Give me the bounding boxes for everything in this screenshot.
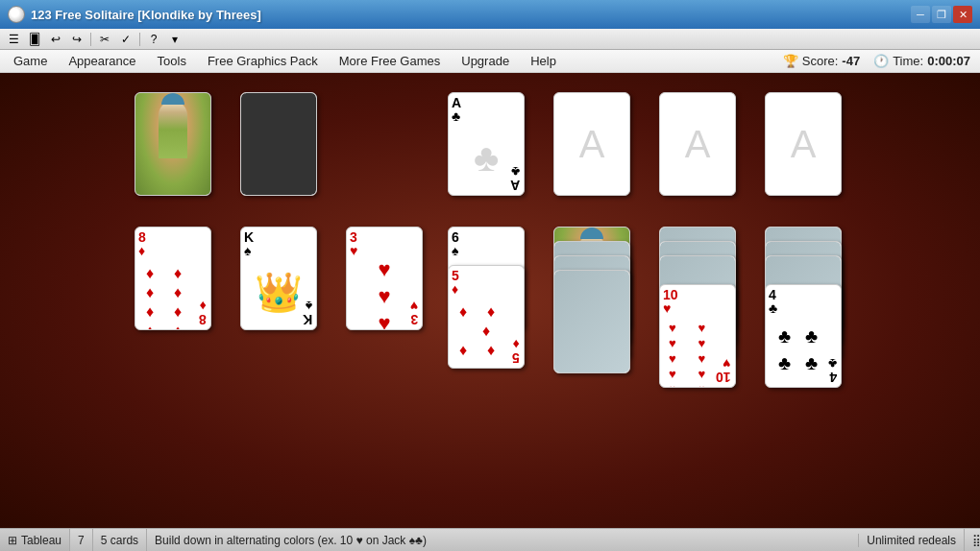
new-game-icon[interactable]: 🂠 [25,31,44,48]
title-bar: 123 Free Solitaire [Klondike by Threes] … [0,0,980,29]
window-title: 123 Free Solitaire [Klondike by Threes] [31,8,261,22]
toolbar-icon-0[interactable]: ☰ [4,31,23,48]
card-5d-center: ♦♦ ♦ ♦♦ [452,296,521,367]
tableau-col7-4c[interactable]: 4♣ ♣♣ ♣♣ 4♣ [765,284,842,388]
tableau-label: Tableau [21,534,61,547]
waste-pile[interactable] [240,92,317,196]
monet-figure [159,101,187,158]
score-area: 🏆 Score: -47 [783,54,860,68]
time-value: 0:00:07 [927,54,970,68]
foundation-3-hearts[interactable]: A [659,92,736,196]
time-area: 🕐 Time: 0:00:07 [873,54,970,68]
toolbar: ☰ 🂠 ↩ ↪ ✂ ✓ ? ▾ [0,29,980,50]
menu-more-games[interactable]: More Free Games [330,52,450,70]
score-icon: 🏆 [783,54,798,68]
tableau-status: ⊞ Tableau [0,529,70,551]
card-10h-tl: 10♥ [663,288,732,315]
col5-umbrella [580,228,603,239]
ace-spades-inner: A [554,93,629,195]
tableau-icon: ⊞ [8,534,17,547]
ace-hearts-inner: A [660,93,735,195]
card-10h-br: 10♥ [716,357,731,384]
status-resize[interactable]: ⣿ [965,529,980,551]
card-4c-face: 4♣ ♣♣ ♣♣ 4♣ [766,285,841,387]
card-3h-center: ♥ ♥ ♥ [350,257,419,330]
card-4c-tl: 4♣ [769,288,838,315]
tableau-col5-card4[interactable] [553,270,630,373]
menu-bar: Game Appearance Tools Free Graphics Pack… [0,50,980,73]
stock-card-image [135,93,210,195]
card-10h-face: 10♥ ♥♥ ♥♥ ♥♥ ♥♥ ♥♥ 10♥ [660,285,735,387]
help-icon[interactable]: ? [144,31,163,48]
redo-icon[interactable]: ↪ [67,31,86,48]
ace-hearts-symbol: A [663,96,732,192]
menu-game[interactable]: Game [4,52,57,70]
app-icon [8,6,25,23]
tableau-col2-card1[interactable]: K♠ 👑 K♠ [240,227,317,330]
clock-icon: 🕐 [873,54,889,68]
card-5d-br: 5♦ [512,338,520,365]
menu-score-time: 🏆 Score: -47 🕐 Time: 0:00:07 [783,54,976,68]
toolbar-separator [90,33,91,46]
cards-count-status: 7 [70,529,93,551]
score-label: Score: [802,54,839,68]
stock-pile[interactable] [135,92,211,196]
tableau-col3-card1[interactable]: 3♥ ♥ ♥ ♥ 3♥ [346,227,423,330]
foundation-2-spades[interactable]: A [553,92,630,196]
menu-tools[interactable]: Tools [148,52,196,70]
menu-help[interactable]: Help [521,52,566,70]
cards-label: 5 cards [101,534,138,547]
undo-icon[interactable]: ↩ [46,31,65,48]
minimize-button[interactable]: ─ [911,6,930,23]
toolbar-separator-2 [139,33,140,46]
card-8d-face: 8♦ ♦♦ ♦♦ ♦♦ ♦♦ 8♦ [135,228,210,329]
ace-rank-br: A♣ [510,165,520,192]
card-ks-face: K♠ 👑 K♠ [241,228,316,329]
hint-status: Build down in alternating colors (ex. 10… [147,534,859,547]
card-3h-br: 3♥ [410,299,418,326]
hint-text: Build down in alternating colors (ex. 10… [155,534,427,547]
cards-count: 7 [78,534,85,547]
check-icon[interactable]: ✓ [116,31,135,48]
game-area[interactable]: A♣ ♣ A♣ A A A 8♦ ♦♦ ♦♦ ♦♦ ♦♦ 8♦ [0,73,980,528]
tableau-col6-10h[interactable]: 10♥ ♥♥ ♥♥ ♥♥ ♥♥ ♥♥ 10♥ [659,284,736,388]
card-3h-tl: 3♥ [350,230,419,257]
cut-icon[interactable]: ✂ [95,31,114,48]
close-button[interactable]: ✕ [953,6,972,23]
card-3h-face: 3♥ ♥ ♥ ♥ 3♥ [347,228,422,329]
ace-diamonds-inner: A [766,93,841,195]
foundation-1-clubs[interactable]: A♣ ♣ A♣ [448,92,525,196]
card-ks-tl: K♠ [244,230,313,257]
card-8d-br: 8♦ [199,299,207,326]
score-value: -47 [842,54,860,68]
window-controls: ─ ❐ ✕ [911,6,972,23]
ace-spades-symbol: A [557,96,626,192]
tableau-col4-card2[interactable]: 5♦ ♦♦ ♦ ♦♦ 5♦ [448,265,525,369]
card-ks-br: K♠ [303,299,312,326]
status-bar: ⊞ Tableau 7 5 cards Build down in altern… [0,528,980,551]
card-4c-br: 4♣ [828,357,837,384]
menu-items: Game Appearance Tools Free Graphics Pack… [4,52,566,70]
card-5d-tl: 5♦ [452,269,521,296]
tableau-col1-card1[interactable]: 8♦ ♦♦ ♦♦ ♦♦ ♦♦ 8♦ [135,227,211,330]
time-label: Time: [893,54,923,68]
card-5d-face: 5♦ ♦♦ ♦ ♦♦ 5♦ [449,266,524,368]
cards-label-status: 5 cards [93,529,147,551]
menu-appearance[interactable]: Appearance [59,52,145,70]
title-bar-left: 123 Free Solitaire [Klondike by Threes] [8,6,261,23]
ace-clubs-inner: A♣ ♣ A♣ [449,93,524,195]
card-6s-tl: 6♠ [452,230,521,257]
card-8d-center: ♦♦ ♦♦ ♦♦ ♦♦ [138,257,208,330]
more-icon[interactable]: ▾ [165,31,184,48]
restore-button[interactable]: ❐ [932,6,951,23]
card-8d-tl: 8♦ [138,230,208,257]
unlimited-status: Unlimited redeals [859,529,965,551]
foundation-4-diamonds[interactable]: A [765,92,842,196]
unlimited-label: Unlimited redeals [867,534,956,547]
menu-upgrade[interactable]: Upgrade [452,52,519,70]
menu-free-graphics[interactable]: Free Graphics Pack [198,52,328,70]
ace-rank-tl: A♣ [452,96,521,123]
ace-diamonds-symbol: A [769,96,838,192]
monet-umbrella [161,93,184,105]
